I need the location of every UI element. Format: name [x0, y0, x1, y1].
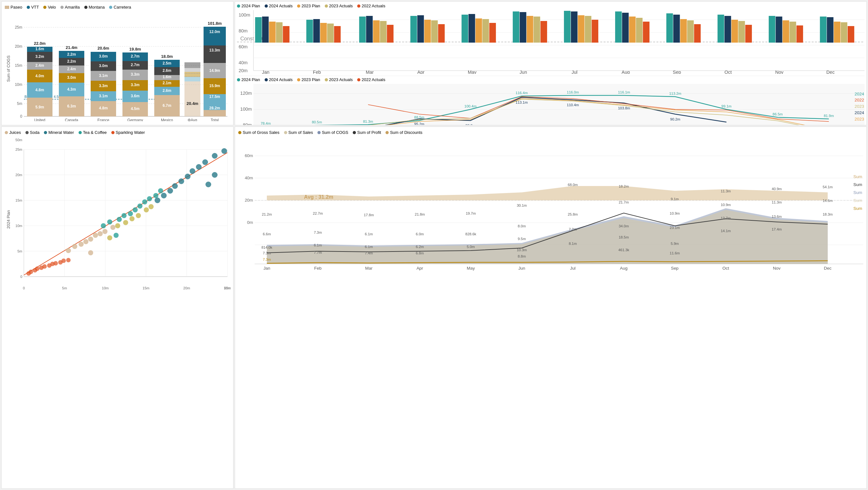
- svg-rect-96: [366, 16, 373, 43]
- svg-text:2.4m: 2.4m: [67, 67, 76, 71]
- svg-text:95.2m: 95.2m: [414, 122, 424, 125]
- svg-rect-108: [483, 19, 489, 43]
- svg-point-263: [153, 193, 158, 198]
- svg-text:Sum of COGS: Sum of COGS: [854, 190, 863, 195]
- svg-point-253: [88, 250, 93, 255]
- svg-text:22.7m: 22.7m: [313, 211, 323, 215]
- svg-rect-94: [334, 26, 341, 43]
- svg-rect-141: [827, 17, 834, 43]
- svg-rect-139: [797, 26, 803, 43]
- svg-text:Aug: Aug: [620, 266, 627, 271]
- svg-point-245: [72, 244, 77, 249]
- svg-rect-136: [776, 17, 782, 43]
- svg-text:78.4m: 78.4m: [260, 122, 271, 125]
- svg-text:21.8m: 21.8m: [415, 213, 425, 216]
- svg-point-268: [167, 188, 173, 194]
- line-chart: 120m 100m 80m 60m Jan Feb Mar Apr May Ju…: [237, 84, 865, 125]
- svg-text:19.8m: 19.8m: [129, 47, 141, 52]
- svg-rect-124: [643, 22, 650, 43]
- svg-text:1.6m: 1.6m: [162, 75, 171, 79]
- svg-point-242: [61, 259, 66, 263]
- svg-rect-132: [732, 20, 738, 43]
- svg-text:88.8m: 88.8m: [465, 124, 475, 125]
- svg-text:6.7m: 6.7m: [162, 103, 171, 108]
- svg-text:France: France: [97, 118, 110, 121]
- svg-text:Apr: Apr: [417, 70, 425, 74]
- svg-point-278: [212, 172, 218, 178]
- svg-text:Sep: Sep: [671, 266, 678, 271]
- svg-text:90.2m: 90.2m: [670, 117, 680, 121]
- svg-rect-86: [262, 17, 269, 43]
- svg-text:4.3m: 4.3m: [67, 87, 76, 92]
- svg-text:Jun: Jun: [520, 70, 527, 74]
- svg-text:116.4m: 116.4m: [516, 91, 528, 95]
- svg-point-243: [66, 258, 71, 262]
- svg-text:814.0k: 814.0k: [261, 246, 273, 249]
- svg-rect-52: [184, 68, 200, 72]
- svg-text:21.2m: 21.2m: [262, 213, 272, 216]
- svg-rect-106: [468, 14, 475, 43]
- svg-text:5.9m: 5.9m: [35, 105, 44, 109]
- svg-rect-133: [738, 21, 745, 43]
- svg-text:17.4m: 17.4m: [772, 227, 782, 231]
- svg-point-246: [79, 242, 84, 247]
- svg-text:11.3m: 11.3m: [772, 200, 782, 204]
- svg-text:10m: 10m: [15, 83, 22, 87]
- legend-montana: Montana: [84, 5, 105, 9]
- svg-rect-121: [622, 13, 629, 43]
- scatter-panel: Juices Soda Mineral Water Tea & Coffee S…: [1, 127, 234, 489]
- svg-point-235: [35, 266, 39, 271]
- svg-point-267: [161, 193, 167, 198]
- svg-rect-123: [636, 18, 643, 43]
- bar2-legend: 2024 Plan 2024 Actuals 2023 Plan 2023 Ac…: [237, 3, 865, 8]
- svg-text:4.5m: 4.5m: [131, 106, 139, 111]
- svg-point-254: [101, 223, 106, 228]
- svg-text:10m: 10m: [16, 224, 22, 228]
- svg-text:3.0m: 3.0m: [99, 64, 107, 68]
- scatter-legend: Juices Soda Mineral Water Tea & Coffee S…: [5, 130, 230, 135]
- svg-rect-88: [276, 22, 283, 43]
- y-axis-label: Sum of COGS: [6, 55, 11, 82]
- svg-text:113.1m: 113.1m: [516, 100, 528, 104]
- svg-text:2.6m: 2.6m: [162, 88, 171, 93]
- svg-text:Nov: Nov: [773, 266, 780, 271]
- svg-text:17.8m: 17.8m: [364, 213, 374, 217]
- svg-point-269: [172, 183, 178, 189]
- svg-text:18.0m: 18.0m: [161, 54, 173, 59]
- svg-rect-117: [578, 15, 585, 43]
- svg-rect-110: [513, 11, 519, 43]
- svg-text:Nov: Nov: [775, 70, 784, 74]
- svg-text:100.4m: 100.4m: [464, 104, 476, 108]
- svg-text:Dec: Dec: [826, 70, 835, 74]
- svg-rect-126: [673, 14, 680, 43]
- svg-rect-125: [666, 13, 673, 43]
- svg-rect-119: [592, 20, 598, 43]
- svg-text:5m: 5m: [18, 249, 22, 253]
- svg-text:6.3m: 6.3m: [67, 104, 76, 108]
- svg-text:86.5m: 86.5m: [773, 112, 783, 116]
- svg-rect-85: [255, 17, 262, 43]
- svg-text:116.1m: 116.1m: [618, 90, 630, 94]
- scatter-chart: 2024 Plan 0 5m 10m 15m 20m 25m 0 5m 10m …: [5, 137, 230, 289]
- svg-text:8.1m: 8.1m: [569, 242, 577, 246]
- carretera-color: [109, 6, 112, 9]
- svg-text:3.2m: 3.2m: [35, 54, 44, 59]
- svg-point-249: [93, 233, 98, 238]
- svg-text:6.1m: 6.1m: [314, 243, 322, 247]
- svg-text:Oct: Oct: [724, 70, 732, 74]
- svg-text:101.8m: 101.8m: [208, 21, 222, 26]
- svg-point-276: [221, 148, 227, 154]
- svg-point-273: [196, 164, 202, 170]
- svg-rect-131: [724, 16, 731, 43]
- svg-rect-87: [269, 22, 276, 43]
- svg-text:Mar: Mar: [365, 266, 373, 271]
- svg-rect-122: [629, 17, 636, 43]
- svg-text:20.4m: 20.4m: [187, 101, 198, 106]
- svg-text:Dec: Dec: [824, 266, 831, 271]
- svg-text:7.2m: 7.2m: [569, 227, 577, 231]
- svg-point-279: [107, 235, 112, 240]
- svg-text:3.1m: 3.1m: [99, 73, 107, 78]
- svg-point-258: [128, 211, 133, 216]
- svg-text:7.3m: 7.3m: [263, 258, 271, 261]
- svg-text:Sum of Sales: Sum of Sales: [854, 198, 863, 203]
